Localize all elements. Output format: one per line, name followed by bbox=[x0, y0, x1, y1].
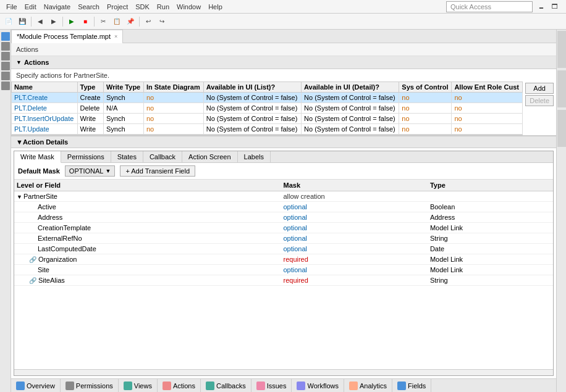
bottom-tab-workflows[interactable]: Workflows bbox=[292, 379, 344, 393]
inner-tabs-container: Write MaskPermissionsStatesCallbackActio… bbox=[14, 151, 554, 376]
inner-tab-callback[interactable]: Callback bbox=[143, 151, 182, 162]
menu-search[interactable]: Search bbox=[74, 2, 103, 12]
action-details-header[interactable]: ▼ Action Details bbox=[11, 136, 556, 148]
cell-write-type: Synch bbox=[104, 93, 144, 103]
inner-tab-action-screen[interactable]: Action Screen bbox=[182, 151, 237, 162]
new-btn-icon[interactable]: 📄 bbox=[2, 15, 15, 28]
cell-sys-control: no bbox=[399, 124, 452, 135]
copy-btn-icon[interactable]: 📋 bbox=[111, 15, 123, 28]
menu-window[interactable]: Window bbox=[173, 2, 205, 12]
table-row[interactable]: PLT.Delete Delete N/A no No (System of C… bbox=[12, 103, 523, 114]
optional-button[interactable]: OPTIONAL ▼ bbox=[65, 165, 116, 177]
sidebar-icon-5[interactable] bbox=[1, 72, 10, 80]
sidebar-icon-1[interactable] bbox=[1, 32, 10, 41]
tab-bar: *Module Process Template.mpt × bbox=[11, 30, 556, 43]
cell-avail-detail: No (System of Control = false) bbox=[302, 114, 399, 124]
editor-tab-mpt[interactable]: *Module Process Template.mpt × bbox=[11, 30, 123, 43]
bottom-tab-permissions[interactable]: Permissions bbox=[61, 379, 119, 393]
inner-tab-write-mask[interactable]: Write Mask bbox=[14, 151, 61, 163]
field-cell-name: ExternalRefNo bbox=[14, 233, 281, 244]
cell-name[interactable]: PLT.Delete bbox=[12, 103, 78, 114]
quick-access-input[interactable]: Quick Access bbox=[446, 1, 533, 12]
field-cell-name: Active bbox=[14, 202, 281, 212]
sidebar-icon-4[interactable] bbox=[1, 62, 10, 70]
right-sidebar-panel-2[interactable] bbox=[557, 70, 566, 107]
table-row[interactable]: PLT.InsertOrUpdate Write Synch no No (Sy… bbox=[12, 114, 523, 124]
field-table-wrapper[interactable]: Level or Field Mask Type ▼PartnerSite al… bbox=[14, 180, 553, 369]
table-row[interactable]: PLT.Create Create Synch no No (System of… bbox=[12, 93, 523, 103]
actions-collapse-header[interactable]: ▼ Actions bbox=[11, 56, 556, 69]
bottom-tab-views[interactable]: Views bbox=[119, 379, 158, 393]
window-maximize-icon[interactable]: 🗖 bbox=[549, 1, 561, 13]
field-cell-type: Model Link bbox=[428, 254, 547, 265]
back-btn-icon[interactable]: ◀ bbox=[34, 15, 46, 28]
inner-tab-permissions[interactable]: Permissions bbox=[61, 151, 111, 162]
window-minimize-icon[interactable]: 🗕 bbox=[535, 1, 547, 13]
save-btn-icon[interactable]: 💾 bbox=[16, 15, 28, 28]
run-btn-icon[interactable]: ▶ bbox=[65, 15, 78, 28]
field-row[interactable]: 🔗SiteAlias required String bbox=[14, 275, 553, 286]
field-cell-name: 🔗SiteAlias bbox=[14, 275, 281, 286]
menu-project[interactable]: Project bbox=[103, 2, 132, 12]
undo-btn-icon[interactable]: ↩ bbox=[142, 15, 154, 28]
table-row[interactable]: PLT.Update Write Synch no No (System of … bbox=[12, 124, 523, 135]
stop-btn-icon[interactable]: ■ bbox=[79, 15, 91, 28]
bottom-tab-fields[interactable]: Fields bbox=[392, 379, 431, 393]
menu-sdk[interactable]: SDK bbox=[132, 2, 153, 12]
field-cell-type: Model Link bbox=[428, 223, 547, 233]
workflows-icon bbox=[297, 382, 305, 390]
field-row[interactable]: Address optional Address bbox=[14, 212, 553, 223]
field-row[interactable]: Active optional Boolean bbox=[14, 202, 553, 212]
add-button[interactable]: Add bbox=[525, 83, 554, 94]
cell-allow: no bbox=[452, 103, 523, 114]
tab-close-icon[interactable]: × bbox=[114, 33, 117, 40]
field-cell-mask: allow creation bbox=[281, 191, 427, 202]
paste-btn-icon[interactable]: 📌 bbox=[124, 15, 137, 28]
add-transient-field-button[interactable]: + Add Transient Field bbox=[120, 165, 195, 177]
horizontal-scrollbar[interactable] bbox=[14, 369, 553, 375]
field-cell-type: Model Link bbox=[428, 265, 547, 275]
bottom-tab-callbacks[interactable]: Callbacks bbox=[201, 379, 251, 393]
col-write-type: Write Type bbox=[104, 82, 144, 93]
menu-file[interactable]: File bbox=[2, 2, 21, 12]
field-row[interactable]: CreationTemplate optional Model Link bbox=[14, 223, 553, 233]
cell-name[interactable]: PLT.Create bbox=[12, 93, 78, 103]
left-sidebar bbox=[0, 30, 11, 392]
field-col-level: Level or Field bbox=[14, 180, 281, 191]
cut-btn-icon[interactable]: ✂ bbox=[97, 15, 109, 28]
actions-table-wrapper[interactable]: Name Type Write Type In State Diagram Av… bbox=[11, 81, 523, 135]
sidebar-icon-6[interactable] bbox=[1, 81, 10, 90]
cell-type: Write bbox=[77, 124, 103, 135]
delete-button[interactable]: Delete bbox=[525, 95, 554, 106]
redo-btn-icon[interactable]: ↪ bbox=[156, 15, 168, 28]
menu-run[interactable]: Run bbox=[153, 2, 173, 12]
field-row[interactable]: LastComputedDate optional Date bbox=[14, 244, 553, 254]
sidebar-icon-3[interactable] bbox=[1, 52, 10, 60]
menu-help[interactable]: Help bbox=[205, 2, 226, 12]
field-row[interactable]: ExternalRefNo optional String bbox=[14, 233, 553, 244]
right-sidebar-panel-1[interactable] bbox=[557, 31, 566, 68]
cell-type: Delete bbox=[77, 103, 103, 114]
cell-name[interactable]: PLT.Update bbox=[12, 124, 78, 135]
menu-navigate[interactable]: Navigate bbox=[40, 2, 74, 12]
sidebar-icon-2[interactable] bbox=[1, 42, 10, 51]
field-cell-type bbox=[428, 191, 547, 202]
cell-write-type: N/A bbox=[104, 103, 144, 114]
analytics-icon bbox=[349, 382, 358, 390]
bottom-tab-analytics[interactable]: Analytics bbox=[344, 379, 392, 393]
bottom-tab-actions[interactable]: Actions bbox=[158, 379, 201, 393]
field-row[interactable]: Site optional Model Link bbox=[14, 265, 553, 275]
cell-name[interactable]: PLT.InsertOrUpdate bbox=[12, 114, 78, 124]
bottom-tab-overview[interactable]: Overview bbox=[11, 379, 61, 393]
cell-write-type: Synch bbox=[104, 114, 144, 124]
right-sidebar-panel-3[interactable] bbox=[557, 110, 566, 147]
field-row[interactable]: ▼PartnerSite allow creation bbox=[14, 191, 553, 202]
bottom-tab-issues[interactable]: Issues bbox=[251, 379, 292, 393]
inner-tab-labels[interactable]: Labels bbox=[238, 151, 271, 162]
cell-avail-list: No (System of Control = false) bbox=[203, 124, 301, 135]
tree-expand-icon[interactable]: ▼ bbox=[17, 194, 22, 200]
inner-tab-states[interactable]: States bbox=[111, 151, 143, 162]
field-row[interactable]: 🔗Organization required Model Link bbox=[14, 254, 553, 265]
forward-btn-icon[interactable]: ▶ bbox=[48, 15, 60, 28]
menu-edit[interactable]: Edit bbox=[21, 2, 40, 12]
